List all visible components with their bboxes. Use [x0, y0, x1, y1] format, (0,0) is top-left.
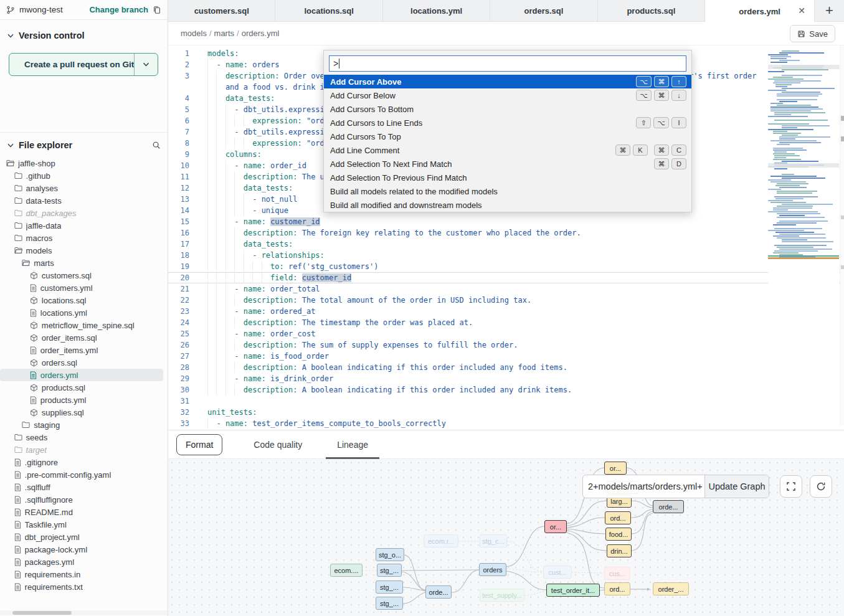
- file-tree-item--sqlfluffignore[interactable]: .sqlfluffignore: [0, 493, 168, 506]
- code-line-30[interactable]: 30description: A boolean indicating if t…: [168, 384, 844, 396]
- palette-item-add-cursor-below[interactable]: Add Cursor Below⌥⌘↓: [324, 88, 691, 102]
- close-tab-icon[interactable]: ✕: [798, 6, 805, 16]
- lineage-node[interactable]: orde...: [653, 500, 684, 513]
- lineage-node[interactable]: cus...: [604, 567, 630, 580]
- code-line-33[interactable]: 33- name: test_order_items_compute_to_bo…: [168, 418, 844, 429]
- file-tree-item-customers-yml[interactable]: customers.yml: [0, 282, 168, 294]
- code-line-21[interactable]: 21- name: order_total: [168, 283, 844, 295]
- create-pull-request-button[interactable]: Create a pull request on Git...: [9, 53, 158, 76]
- code-line-32[interactable]: 32unit_tests:: [168, 407, 844, 418]
- command-palette-input[interactable]: >: [329, 55, 686, 72]
- file-tree-item-metricflow-time-spine-sql[interactable]: metricflow_time_spine.sql: [0, 319, 168, 331]
- file-tree-item-supplies-sql[interactable]: supplies.sql: [0, 406, 168, 419]
- code-line-28[interactable]: 28description: A boolean indicating if t…: [168, 362, 844, 373]
- lineage-node[interactable]: stg_o...: [376, 548, 404, 561]
- file-explorer-header[interactable]: File explorer: [0, 137, 168, 153]
- code-line-29[interactable]: 29- name: is_drink_order: [168, 373, 844, 384]
- file-tree-item-package-lock-yml[interactable]: package-lock.yml: [0, 543, 168, 556]
- lineage-filter-input[interactable]: 2+models/marts/orders.yml+: [583, 475, 704, 498]
- lineage-node[interactable]: test_supply...: [480, 589, 524, 602]
- file-tree-item-analyses[interactable]: analyses: [0, 182, 168, 194]
- lineage-node[interactable]: order_...: [653, 582, 689, 595]
- refresh-button[interactable]: [810, 475, 832, 498]
- lineage-node[interactable]: stg_...: [377, 564, 402, 577]
- lineage-node[interactable]: ecom.r...: [424, 534, 458, 547]
- file-tree-item-requirements-txt[interactable]: requirements.txt: [0, 580, 168, 593]
- lineage-node[interactable]: or...: [604, 462, 627, 475]
- file-tree-item-jaffle-data[interactable]: jaffle-data: [0, 219, 168, 232]
- tab-locations-sql[interactable]: locations.sql: [275, 0, 382, 21]
- lineage-node[interactable]: test_order_it...: [546, 584, 600, 597]
- search-icon[interactable]: [152, 141, 161, 149]
- lineage-node[interactable]: or...: [544, 520, 567, 533]
- palette-item-add-cursors-to-bottom[interactable]: Add Cursors To Bottom: [324, 102, 691, 116]
- tab-products-sql[interactable]: products.sql: [598, 0, 705, 21]
- sidebar-horizontal-scrollbar[interactable]: [0, 610, 168, 615]
- change-branch-link[interactable]: Change branch: [89, 5, 148, 14]
- file-tree-item-packages-yml[interactable]: packages.yml: [0, 556, 168, 568]
- file-tree-item-order-items-yml[interactable]: order_items.yml: [0, 344, 168, 356]
- lineage-node[interactable]: food...: [605, 528, 632, 541]
- file-tree-item-orders-yml[interactable]: orders.yml: [0, 369, 163, 381]
- tab-locations-yml[interactable]: locations.yml: [383, 0, 490, 21]
- lineage-node[interactable]: ecom....: [330, 564, 363, 577]
- save-button[interactable]: Save: [790, 25, 835, 42]
- code-line-18[interactable]: 18- relationships:: [168, 250, 844, 261]
- lineage-node[interactable]: stg_...: [376, 580, 403, 594]
- panel-tab-lineage[interactable]: Lineage: [333, 430, 372, 459]
- file-tree-item-locations-yml[interactable]: locations.yml: [0, 306, 168, 319]
- palette-item-add-cursors-to-line-ends[interactable]: Add Cursors to Line Ends⇧⌥I: [324, 116, 691, 130]
- file-tree-item--github[interactable]: .github: [0, 169, 168, 182]
- copy-branch-icon[interactable]: [153, 6, 161, 14]
- file-tree-item-target[interactable]: target: [0, 443, 168, 456]
- file-tree-item--pre-commit-config-yaml[interactable]: .pre-commit-config.yaml: [0, 468, 168, 481]
- file-tree-item-taskfile-yml[interactable]: Taskfile.yml: [0, 518, 168, 531]
- code-line-26[interactable]: 26description: The sum of supply expense…: [168, 339, 844, 351]
- code-line-20[interactable]: 20field: customer_id: [168, 272, 844, 283]
- code-line-25[interactable]: 25- name: order_cost: [168, 328, 844, 339]
- tab-orders-sql[interactable]: orders.sql: [490, 0, 597, 21]
- new-tab-button[interactable]: +: [815, 0, 844, 21]
- breadcrumb-part[interactable]: models: [181, 29, 207, 38]
- tab-orders-yml[interactable]: orders.yml✕: [705, 0, 815, 22]
- file-tree-item-orders-sql[interactable]: orders.sql: [0, 356, 168, 369]
- file-tree-item-jaffle-shop[interactable]: jaffle-shop: [0, 157, 168, 169]
- lineage-node[interactable]: ord...: [604, 582, 630, 595]
- minimap[interactable]: [768, 50, 839, 286]
- palette-item-build-all-modified-and-downstream-models[interactable]: Build all modified and downstream models: [324, 198, 691, 212]
- palette-item-add-selection-to-previous-find-match[interactable]: Add Selection To Previous Find Match: [324, 171, 691, 184]
- file-tree-item-products-yml[interactable]: products.yml: [0, 394, 168, 406]
- fullscreen-button[interactable]: [780, 475, 802, 498]
- file-tree-item-seeds[interactable]: seeds: [0, 431, 168, 443]
- code-line-17[interactable]: 17data_tests:: [168, 239, 844, 250]
- file-tree-item-models[interactable]: models: [0, 244, 168, 257]
- panel-tab-code-quality[interactable]: Code quality: [250, 430, 306, 459]
- code-line-31[interactable]: 31: [168, 396, 844, 407]
- lineage-node[interactable]: stg_c...: [480, 534, 507, 547]
- code-line-23[interactable]: 23- name: ordered_at: [168, 306, 844, 317]
- lineage-node[interactable]: ord...: [605, 511, 631, 524]
- file-tree-item-marts[interactable]: marts: [0, 257, 168, 269]
- palette-item-add-selection-to-next-find-match[interactable]: Add Selection To Next Find Match⌘D: [324, 157, 691, 171]
- code-line-22[interactable]: 22description: The total amount of the o…: [168, 295, 844, 306]
- lineage-node[interactable]: orders: [479, 563, 506, 576]
- version-control-header[interactable]: Version control: [0, 27, 168, 44]
- lineage-node[interactable]: stg_...: [376, 597, 403, 610]
- code-line-19[interactable]: 19to: ref('stg_customers'): [168, 261, 844, 272]
- lineage-canvas[interactable]: ecom....stg_o...stg_...stg_...stg_...ord…: [168, 459, 844, 616]
- code-line-24[interactable]: 24description: The timestamp the order w…: [168, 317, 844, 328]
- file-tree-item-readme-md[interactable]: README.md: [0, 506, 168, 518]
- lineage-node[interactable]: cust...: [543, 566, 572, 579]
- file-tree-item--sqlfluff[interactable]: .sqlfluff: [0, 481, 168, 493]
- file-tree-item-dbt-project-yml[interactable]: dbt_project.yml: [0, 531, 168, 543]
- pr-button-dropdown[interactable]: [134, 54, 158, 75]
- file-tree-item-customers-sql[interactable]: customers.sql: [0, 269, 168, 282]
- file-tree-item-order-items-sql[interactable]: order_items.sql: [0, 331, 168, 344]
- code-line-15[interactable]: 15- name: customer_id: [168, 216, 844, 227]
- lineage-node[interactable]: drin...: [607, 544, 632, 557]
- file-tree-item-macros[interactable]: macros: [0, 232, 168, 244]
- breadcrumb-part[interactable]: marts: [214, 29, 235, 38]
- file-tree-item-data-tests[interactable]: data-tests: [0, 194, 168, 207]
- palette-item-add-cursor-above[interactable]: Add Cursor Above⌥⌘↑: [324, 75, 691, 88]
- file-tree-item-dbt-packages[interactable]: dbt_packages: [0, 207, 168, 219]
